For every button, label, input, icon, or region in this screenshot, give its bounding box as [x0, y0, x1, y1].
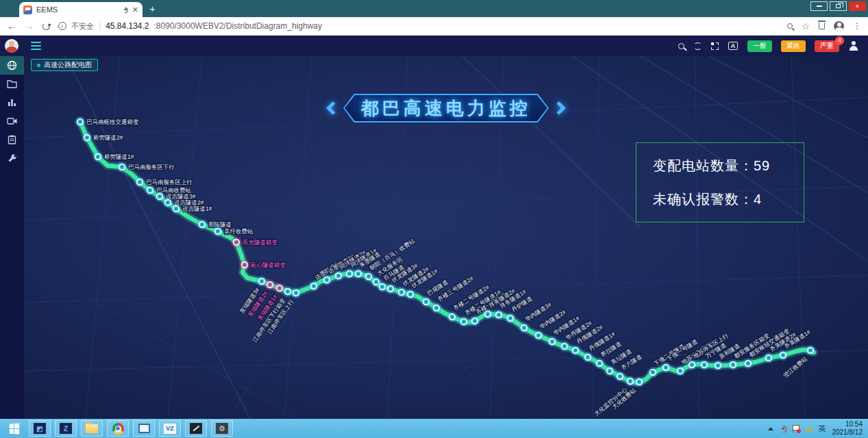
report-icon — [8, 135, 16, 144]
tray-volume-icon[interactable] — [780, 426, 786, 432]
window-maximize-button[interactable] — [830, 1, 847, 11]
url-field[interactable]: i 不安全 | 45.84.134.2:8090/3000WEBV2/Distr… — [58, 21, 779, 31]
map-canvas[interactable]: 巴马南枢纽交通箱变桥劳隧道2#桥劳隧道1#巴马南服务区下行巴马南服务区上行巴马南… — [24, 56, 868, 419]
eems-app: A 一般紧急严重4 — [0, 36, 868, 419]
tray-action-center-icon[interactable] — [793, 425, 799, 433]
bookmark-star-icon[interactable]: ☆ — [802, 22, 810, 31]
site-info-icon[interactable]: i — [58, 22, 66, 30]
camera-icon — [7, 117, 18, 125]
sidebar-item-video[interactable] — [0, 112, 24, 130]
taskbar-system-app[interactable]: ◩ — [29, 420, 51, 437]
taskbar-remote-window[interactable] — [133, 420, 155, 437]
search-icon[interactable] — [678, 43, 684, 49]
taskbar-settings-tool[interactable]: ⚙ — [211, 420, 233, 437]
profile-avatar[interactable] — [834, 21, 844, 31]
url-path: :8090/3000WEBV2/DistributDiagram_highway — [154, 21, 322, 31]
app-header: A 一般紧急严重4 — [0, 36, 868, 56]
chrome-icon — [112, 423, 124, 435]
title-banner: 都巴高速电力监控 — [325, 93, 567, 123]
breadcrumb[interactable]: 高速公路配电图 — [31, 59, 98, 71]
station-marker[interactable]: 巴马南服务区下行 — [116, 162, 175, 172]
banner-right-chevron-icon — [552, 101, 566, 115]
taskbar-chrome[interactable] — [107, 420, 129, 437]
station-label: 巴马南服务区下行 — [128, 164, 175, 170]
banner-left-chevron-icon — [326, 101, 340, 115]
refresh-icon[interactable] — [694, 42, 702, 50]
page-title: 都巴高速电力监控 — [361, 96, 531, 120]
alarm-level-button-1[interactable]: 紧急 — [781, 40, 806, 52]
back-button[interactable]: ← — [7, 21, 16, 31]
taskbar-vz-app[interactable]: VZ — [159, 420, 181, 437]
sidebar — [0, 56, 24, 419]
station-label: 巴马南枢纽交通箱变 — [86, 118, 139, 125]
tray-language-indicator[interactable]: 英 — [819, 424, 826, 434]
screen: EEMS ✕ + × ← → i 不安全 | 45.84.134.2:8090/… — [0, 0, 868, 438]
taskbar-flash-tool[interactable]: Z — [55, 420, 77, 437]
tray-expand-icon[interactable] — [768, 427, 773, 430]
station-label: 设吉隧道1# — [182, 205, 212, 212]
taskbar-file-explorer[interactable] — [81, 420, 103, 437]
alarms-count: 未确认报警数：4 — [653, 190, 804, 209]
font-size-icon[interactable]: A — [728, 42, 738, 50]
user-icon[interactable] — [849, 41, 858, 51]
reload-button[interactable] — [42, 23, 50, 30]
station-label: 百光隧道箱变 — [243, 239, 278, 246]
bar-chart-icon — [7, 98, 17, 107]
sidebar-item-tools[interactable] — [0, 149, 24, 167]
settings-tool-icon: ⚙ — [216, 423, 228, 434]
new-tab-button[interactable]: + — [149, 3, 156, 14]
sidebar-item-reports[interactable] — [0, 130, 24, 149]
security-label: 不安全 — [71, 21, 94, 31]
alarm-level-button-0[interactable]: 一般 — [747, 40, 772, 52]
breadcrumb-bullet-icon — [37, 64, 40, 67]
forward-button[interactable]: → — [25, 21, 34, 31]
station-marker[interactable]: 桥劳隧道1# — [92, 151, 134, 162]
menu-toggle-icon[interactable] — [31, 42, 41, 50]
tray-clock[interactable]: 10:54 2021/8/12 — [832, 420, 863, 437]
folder-icon — [7, 79, 17, 88]
station-label: 巴马南服务区上行 — [146, 179, 193, 185]
station-marker[interactable]: 延心隧道箱变 — [239, 259, 286, 270]
station-marker[interactable]: 桥劳隧道2# — [82, 132, 123, 143]
app-logo-avatar — [5, 39, 18, 53]
url-host: 45.84.134.2 — [106, 21, 149, 31]
browser-menu-icon[interactable]: ⋮ — [853, 21, 861, 31]
vz-app-icon: VZ — [164, 424, 176, 434]
trash-icon[interactable] — [819, 23, 825, 29]
tab-close-icon[interactable]: ✕ — [132, 6, 138, 14]
flash-tool-icon: Z — [60, 423, 72, 434]
taskbar-paint-tool[interactable] — [185, 420, 207, 437]
zoom-search-icon[interactable] — [787, 23, 793, 29]
station-label: 延心隧道箱变 — [250, 261, 286, 268]
file-explorer-icon — [86, 424, 98, 433]
paint-tool-icon — [190, 423, 202, 434]
station-label: 弄圩收费站 — [224, 228, 253, 235]
system-app-icon: ◩ — [34, 423, 46, 434]
station-label: 桥劳隧道2# — [93, 134, 123, 141]
fullscreen-icon[interactable] — [711, 42, 719, 50]
window-close-button[interactable]: × — [849, 1, 866, 11]
station-marker[interactable]: 百光隧道箱变 — [231, 237, 278, 248]
sidebar-item-files[interactable] — [0, 75, 24, 93]
windows-taskbar: ◩ Z VZ ⚙ 英 10:54 2021/8/12 — [0, 419, 868, 438]
sidebar-item-monitor-globe[interactable] — [0, 56, 24, 75]
tab-title: EEMS — [36, 5, 118, 14]
tab-audio-icon[interactable] — [122, 7, 128, 12]
sidebar-item-statistics[interactable] — [0, 93, 24, 112]
alarm-level-button-2[interactable]: 严重4 — [815, 40, 839, 52]
stations-count: 变配电站数量：59 — [653, 157, 804, 175]
remote-window-icon — [138, 424, 150, 433]
windows-logo-icon — [9, 423, 18, 434]
alarm-count-badge: 4 — [835, 36, 844, 45]
monitor-globe-icon — [7, 60, 17, 70]
browser-tab-strip: EEMS ✕ + × — [0, 0, 868, 17]
tray-network-icon[interactable] — [805, 426, 813, 432]
start-button[interactable] — [3, 420, 25, 437]
info-panel: 变配电站数量：59 未确认报警数：4 — [636, 142, 804, 222]
eems-favicon — [23, 5, 32, 14]
station-marker[interactable]: 巴马南服务区上行 — [134, 177, 193, 188]
window-minimize-button[interactable] — [810, 1, 828, 11]
browser-tab-eems[interactable]: EEMS ✕ — [19, 2, 142, 17]
station-marker[interactable]: 设吉隧道1# — [171, 203, 212, 214]
browser-address-bar: ← → i 不安全 | 45.84.134.2:8090/3000WEBV2/D… — [0, 17, 868, 36]
